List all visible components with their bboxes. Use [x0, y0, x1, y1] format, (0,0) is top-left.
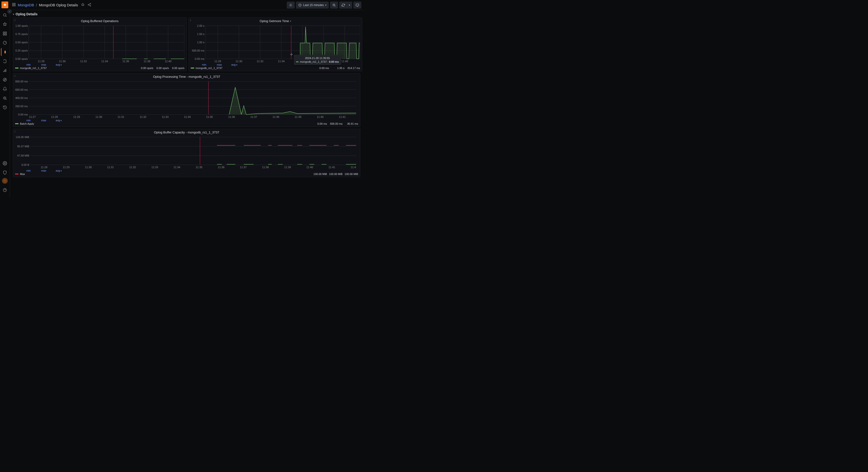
- info-icon[interactable]: i: [14, 19, 15, 22]
- svg-text:11:34: 11:34: [278, 60, 285, 63]
- svg-text:11:42: 11:42: [350, 166, 356, 169]
- svg-text:11:35: 11:35: [206, 115, 213, 119]
- svg-text:11:38: 11:38: [273, 115, 279, 119]
- svg-rect-8: [6, 69, 6, 72]
- star-icon[interactable]: [1, 21, 9, 28]
- svg-text:11:39: 11:39: [284, 166, 291, 169]
- legend-col-max[interactable]: max: [206, 63, 222, 66]
- svg-text:11:36: 11:36: [122, 60, 129, 63]
- svg-text:1.50 s: 1.50 s: [197, 33, 204, 35]
- panel-title[interactable]: Oplog Buffer Capacity - mongodb_rs1_1_37…: [15, 131, 358, 134]
- legend-item[interactable]: Max 100.00 MiB 100.00 MiB 100.00 MiB: [15, 172, 358, 176]
- panel-title[interactable]: Oplog Getmore Time▾: [191, 19, 360, 23]
- svg-text:800.00 ms: 800.00 ms: [15, 80, 28, 83]
- legend-col-min[interactable]: min: [15, 63, 31, 66]
- panel-processing-time: i Oplog Processing Time - mongodb_rs1_1_…: [13, 73, 360, 127]
- legend-swatch: [15, 173, 19, 174]
- chart-buffered-ops[interactable]: 0.00 ops/s 0.25 ops/s 0.50 ops/s 0.75 op…: [15, 24, 184, 63]
- legend-col-avg[interactable]: avg: [222, 63, 238, 66]
- tv-mode-button[interactable]: [353, 2, 361, 8]
- info-icon[interactable]: i: [14, 130, 15, 133]
- panel-title[interactable]: Oplog Buffered Operations: [15, 19, 184, 23]
- svg-text:11:39: 11:39: [294, 115, 302, 119]
- svg-point-9: [3, 78, 6, 81]
- bars-icon[interactable]: [1, 67, 9, 74]
- history-icon[interactable]: [1, 104, 9, 111]
- legend-col-min[interactable]: min: [15, 119, 31, 122]
- svg-text:47.68 MiB: 47.68 MiB: [17, 154, 29, 157]
- svg-text:11:34: 11:34: [174, 166, 180, 169]
- grafana-logo[interactable]: [1, 1, 8, 8]
- legend-col-avg[interactable]: avg: [46, 119, 62, 122]
- svg-text:0.75 ops/s: 0.75 ops/s: [15, 33, 28, 35]
- svg-rect-2: [5, 32, 6, 33]
- legend-col-max[interactable]: max: [31, 169, 46, 172]
- share-icon[interactable]: [88, 3, 91, 7]
- legend-col-max[interactable]: max: [31, 63, 46, 66]
- dashboards-icon[interactable]: [1, 30, 9, 37]
- chart-buffer-capacity[interactable]: 0.00 B 47.68 MiB 95.37 MiB 143.05 MiB 11…: [15, 135, 356, 169]
- svg-text:11:28: 11:28: [214, 60, 221, 63]
- zoom-out-button[interactable]: [330, 2, 338, 8]
- legend-item[interactable]: mongodb_rs1_1_3737 0.00 ops/s 0.00 ops/s…: [15, 66, 184, 70]
- dashboard-grid-icon[interactable]: [12, 3, 16, 7]
- svg-text:11:40: 11:40: [306, 166, 313, 169]
- svg-text:11:32: 11:32: [80, 60, 87, 63]
- legend-item[interactable]: Batch Apply 0.00 ms 658.00 ms 36.91 ms: [15, 122, 358, 126]
- svg-text:143.05 MiB: 143.05 MiB: [16, 136, 29, 139]
- svg-point-0: [3, 13, 6, 16]
- breadcrumb-title[interactable]: MongoDB Oplog Details: [39, 3, 78, 7]
- gear-icon[interactable]: [1, 160, 9, 167]
- svg-text:11:28: 11:28: [41, 166, 48, 169]
- svg-text:500.00 ms: 500.00 ms: [192, 49, 205, 52]
- svg-text:11:30: 11:30: [59, 60, 66, 63]
- section-header[interactable]: ▾ Oplog Details: [13, 12, 360, 16]
- svg-rect-13: [12, 3, 13, 4]
- legend-col-max[interactable]: max: [31, 119, 46, 122]
- user-avatar[interactable]: [2, 178, 8, 184]
- svg-text:0.00 ops/s: 0.00 ops/s: [15, 57, 28, 60]
- panel-title[interactable]: Oplog Processing Time - mongodb_rs1_1_37…: [15, 75, 358, 78]
- chart-processing-time[interactable]: 0.00 ms 200.00 ms 400.00 ms 600.00 ms 80…: [15, 79, 356, 119]
- svg-text:400.00 ms: 400.00 ms: [15, 97, 28, 99]
- settings-button[interactable]: [287, 2, 294, 8]
- help-icon[interactable]: [1, 186, 9, 194]
- svg-point-20: [290, 5, 291, 6]
- refresh-interval-dropdown[interactable]: ▾: [347, 2, 352, 8]
- svg-text:11:29: 11:29: [63, 166, 69, 169]
- svg-text:11:33: 11:33: [162, 115, 168, 119]
- tooltip-series: mongodb_rs1_1_3737:: [300, 60, 328, 63]
- svg-point-11: [4, 163, 6, 164]
- refresh-button[interactable]: [339, 2, 347, 8]
- chart-tooltip: 2024-11-28 11:35:55 mongodb_rs1_1_3737:0…: [294, 55, 341, 65]
- expand-sidebar-button[interactable]: ›: [7, 9, 12, 13]
- legend-col-min[interactable]: min: [15, 169, 31, 172]
- time-range-label: Last 15 minutes: [303, 3, 324, 7]
- shield-icon[interactable]: [1, 169, 9, 176]
- svg-rect-1: [3, 32, 4, 33]
- mongodb-icon[interactable]: [1, 48, 9, 56]
- postgres-icon[interactable]: [1, 57, 9, 65]
- favorite-star-icon[interactable]: [81, 3, 85, 7]
- svg-text:11:34: 11:34: [184, 115, 191, 119]
- svg-text:200.00 ms: 200.00 ms: [15, 105, 28, 108]
- svg-text:11:32: 11:32: [257, 60, 264, 63]
- svg-rect-14: [14, 3, 15, 4]
- info-icon[interactable]: i: [14, 74, 15, 77]
- time-range-picker[interactable]: Last 15 minutes ▾: [296, 2, 329, 8]
- bell-icon[interactable]: [1, 85, 9, 93]
- svg-rect-6: [3, 71, 4, 72]
- search-plus-icon[interactable]: [1, 94, 9, 102]
- gauge-icon[interactable]: [1, 39, 9, 47]
- legend-col-min[interactable]: min: [191, 63, 206, 66]
- svg-text:11:38: 11:38: [144, 60, 150, 63]
- breadcrumb-folder[interactable]: MongoDB: [18, 3, 34, 7]
- svg-text:11:40: 11:40: [341, 60, 348, 63]
- legend-item[interactable]: mongodb_rs1_1_3737 0.00 ms 1.95 s 814.17…: [191, 66, 360, 70]
- chevron-down-icon: ▾: [325, 4, 327, 6]
- legend-col-avg[interactable]: avg: [46, 169, 62, 172]
- compass-icon[interactable]: [1, 76, 9, 83]
- legend-col-avg[interactable]: avg: [46, 63, 62, 66]
- info-icon[interactable]: i: [190, 19, 191, 22]
- chevron-down-icon: ▾: [13, 13, 14, 15]
